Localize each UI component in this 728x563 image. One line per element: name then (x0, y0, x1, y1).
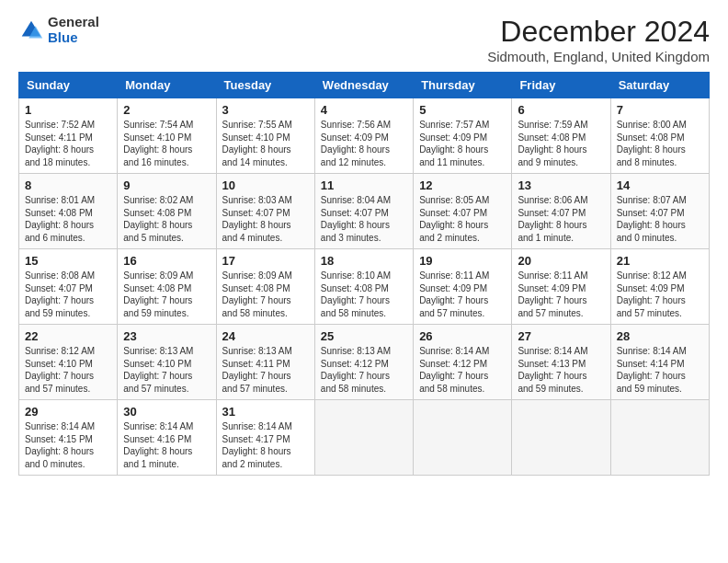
empty-cell (512, 400, 610, 476)
empty-cell (610, 400, 709, 476)
day-15: 15Sunrise: 8:08 AMSunset: 4:07 PMDayligh… (19, 249, 118, 325)
location-subtitle: Sidmouth, England, United Kingdom (487, 49, 710, 64)
day-23: 23Sunrise: 8:13 AMSunset: 4:10 PMDayligh… (118, 325, 216, 400)
calendar-week-3: 15Sunrise: 8:08 AMSunset: 4:07 PMDayligh… (19, 249, 710, 325)
calendar-table: Sunday Monday Tuesday Wednesday Thursday… (18, 72, 710, 476)
day-12: 12Sunrise: 8:05 AMSunset: 4:07 PMDayligh… (414, 174, 512, 249)
day-3: 3Sunrise: 7:55 AMSunset: 4:10 PMDaylight… (216, 98, 314, 174)
day-11: 11Sunrise: 8:04 AMSunset: 4:07 PMDayligh… (314, 174, 413, 249)
day-25: 25Sunrise: 8:13 AMSunset: 4:12 PMDayligh… (314, 325, 413, 400)
day-2: 2Sunrise: 7:54 AMSunset: 4:10 PMDaylight… (118, 98, 216, 174)
logo-icon (18, 17, 44, 43)
page-header: General Blue December 2024 Sidmouth, Eng… (18, 15, 710, 64)
day-13: 13Sunrise: 8:06 AMSunset: 4:07 PMDayligh… (512, 174, 610, 249)
day-7: 7Sunrise: 8:00 AMSunset: 4:08 PMDaylight… (610, 98, 709, 174)
empty-cell (414, 400, 512, 476)
day-14: 14Sunrise: 8:07 AMSunset: 4:07 PMDayligh… (610, 174, 709, 249)
logo-blue-text: Blue (48, 30, 99, 46)
day-6: 6Sunrise: 7:59 AMSunset: 4:08 PMDaylight… (512, 98, 610, 174)
calendar-header-row: Sunday Monday Tuesday Wednesday Thursday… (19, 73, 710, 98)
day-31: 31Sunrise: 8:14 AMSunset: 4:17 PMDayligh… (216, 400, 314, 476)
header-wednesday: Wednesday (314, 73, 413, 98)
day-28: 28Sunrise: 8:14 AMSunset: 4:14 PMDayligh… (610, 325, 709, 400)
day-1: 1Sunrise: 7:52 AMSunset: 4:11 PMDaylight… (19, 98, 118, 174)
day-8: 8Sunrise: 8:01 AMSunset: 4:08 PMDaylight… (19, 174, 118, 249)
day-24: 24Sunrise: 8:13 AMSunset: 4:11 PMDayligh… (216, 325, 314, 400)
day-27: 27Sunrise: 8:14 AMSunset: 4:13 PMDayligh… (512, 325, 610, 400)
calendar-week-2: 8Sunrise: 8:01 AMSunset: 4:08 PMDaylight… (19, 174, 710, 249)
header-tuesday: Tuesday (216, 73, 314, 98)
calendar-week-5: 29Sunrise: 8:14 AMSunset: 4:15 PMDayligh… (19, 400, 710, 476)
day-4: 4Sunrise: 7:56 AMSunset: 4:09 PMDaylight… (314, 98, 413, 174)
day-10: 10Sunrise: 8:03 AMSunset: 4:07 PMDayligh… (216, 174, 314, 249)
logo-general-text: General (48, 15, 99, 30)
header-sunday: Sunday (19, 73, 118, 98)
header-saturday: Saturday (610, 73, 709, 98)
header-friday: Friday (512, 73, 610, 98)
day-16: 16Sunrise: 8:09 AMSunset: 4:08 PMDayligh… (118, 249, 216, 325)
day-18: 18Sunrise: 8:10 AMSunset: 4:08 PMDayligh… (314, 249, 413, 325)
empty-cell (314, 400, 413, 476)
day-5: 5Sunrise: 7:57 AMSunset: 4:09 PMDaylight… (414, 98, 512, 174)
day-19: 19Sunrise: 8:11 AMSunset: 4:09 PMDayligh… (414, 249, 512, 325)
day-9: 9Sunrise: 8:02 AMSunset: 4:08 PMDaylight… (118, 174, 216, 249)
calendar-week-4: 22Sunrise: 8:12 AMSunset: 4:10 PMDayligh… (19, 325, 710, 400)
header-thursday: Thursday (414, 73, 512, 98)
day-21: 21Sunrise: 8:12 AMSunset: 4:09 PMDayligh… (610, 249, 709, 325)
day-30: 30Sunrise: 8:14 AMSunset: 4:16 PMDayligh… (118, 400, 216, 476)
title-block: December 2024 Sidmouth, England, United … (487, 15, 710, 64)
logo: General Blue (18, 15, 99, 45)
calendar-week-1: 1Sunrise: 7:52 AMSunset: 4:11 PMDaylight… (19, 98, 710, 174)
day-29: 29Sunrise: 8:14 AMSunset: 4:15 PMDayligh… (19, 400, 118, 476)
day-26: 26Sunrise: 8:14 AMSunset: 4:12 PMDayligh… (414, 325, 512, 400)
day-22: 22Sunrise: 8:12 AMSunset: 4:10 PMDayligh… (19, 325, 118, 400)
day-20: 20Sunrise: 8:11 AMSunset: 4:09 PMDayligh… (512, 249, 610, 325)
header-monday: Monday (118, 73, 216, 98)
day-17: 17Sunrise: 8:09 AMSunset: 4:08 PMDayligh… (216, 249, 314, 325)
month-title: December 2024 (487, 15, 710, 49)
